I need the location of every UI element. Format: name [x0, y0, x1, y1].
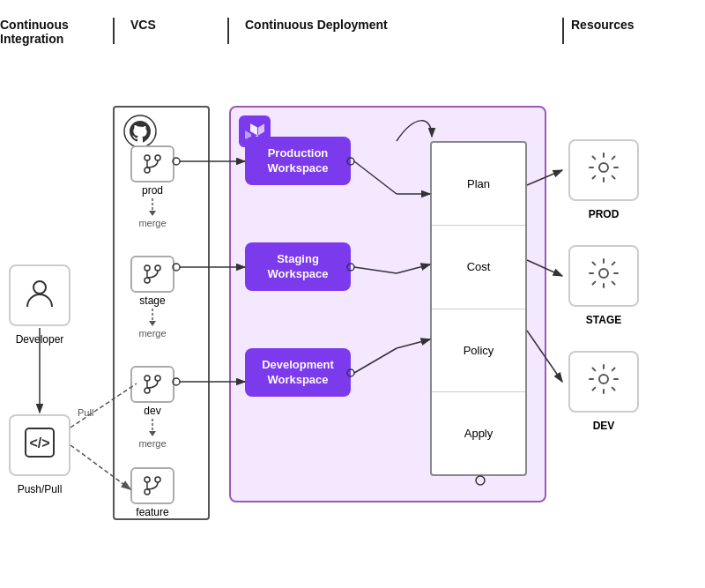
- person-icon: [24, 277, 56, 315]
- dev-branch-icon-box: [130, 366, 174, 403]
- svg-point-19: [145, 477, 150, 482]
- svg-text:</>: </>: [29, 435, 49, 450]
- svg-point-3: [124, 115, 156, 147]
- dev-gear-icon: [586, 361, 621, 403]
- dev-merge-label: merge: [138, 438, 166, 449]
- cd-header: Continuous Deployment: [245, 18, 388, 32]
- prod-merge-label: merge: [138, 218, 166, 228]
- staging-workspace-btn[interactable]: StagingWorkspace: [245, 242, 351, 291]
- stage-resource-box: [568, 245, 639, 307]
- pipeline-apply: Apply: [432, 392, 525, 474]
- svg-point-0: [33, 281, 46, 294]
- svg-marker-13: [149, 321, 156, 326]
- feature-branch-icon-box: [130, 467, 174, 504]
- svg-point-11: [145, 278, 150, 283]
- developer-label: Developer: [4, 333, 75, 346]
- svg-point-5: [155, 155, 160, 160]
- prod-gear-icon: [586, 150, 621, 191]
- dev-resource-label: DEV: [573, 420, 634, 432]
- dev-branch: dev merge: [130, 366, 174, 450]
- resources-header: Resources: [571, 18, 634, 32]
- svg-point-23: [599, 163, 608, 172]
- prod-resource-box: [568, 139, 639, 201]
- production-workspace-btn[interactable]: ProductionWorkspace: [245, 137, 351, 185]
- diagram-container: Continuous Integration VCS Continuous De…: [0, 0, 705, 588]
- pipeline-box: Plan Cost Policy Apply: [430, 141, 527, 476]
- stage-branch: stage merge: [130, 256, 174, 340]
- pipeline-cost: Cost: [432, 226, 525, 309]
- pull-label: Pull: [78, 407, 93, 418]
- pipeline-plan: Plan: [432, 143, 525, 226]
- prod-branch-name: prod: [130, 184, 174, 197]
- feature-branch-name: feature: [130, 506, 174, 518]
- prod-resource-label: PROD: [573, 208, 634, 220]
- developer-box: [9, 264, 70, 326]
- svg-point-25: [599, 375, 608, 383]
- svg-point-14: [145, 376, 150, 381]
- svg-point-24: [599, 269, 608, 278]
- github-icon: [122, 113, 159, 150]
- code-icon: </>: [24, 427, 56, 464]
- feature-branch: feature: [130, 467, 174, 518]
- svg-marker-8: [149, 211, 156, 216]
- dev-resource-box: [568, 351, 639, 413]
- svg-point-15: [155, 376, 160, 381]
- stage-resource-label: STAGE: [573, 314, 634, 326]
- svg-point-4: [145, 155, 150, 160]
- svg-point-21: [145, 489, 150, 495]
- prod-branch-icon-box: [130, 145, 174, 182]
- ci-header: Continuous Integration: [0, 18, 106, 46]
- vcs-divider: [113, 18, 115, 44]
- development-workspace-btn[interactable]: DevelopmentWorkspace: [245, 348, 351, 397]
- res-divider: [562, 18, 564, 44]
- pushpull-label: Push/Pull: [4, 483, 75, 495]
- svg-point-10: [155, 265, 160, 271]
- svg-point-6: [145, 167, 150, 173]
- vcs-header: VCS: [130, 18, 156, 32]
- svg-point-16: [145, 388, 150, 393]
- stage-merge-label: merge: [138, 328, 166, 339]
- stage-branch-icon-box: [130, 256, 174, 293]
- prod-branch: prod merge: [130, 145, 174, 230]
- dev-branch-name: dev: [130, 405, 174, 417]
- svg-marker-18: [149, 431, 156, 436]
- cd-divider: [227, 18, 229, 44]
- svg-point-9: [145, 265, 150, 271]
- stage-branch-name: stage: [130, 294, 174, 307]
- pipeline-policy: Policy: [432, 309, 525, 392]
- svg-point-20: [155, 477, 160, 482]
- stage-gear-icon: [586, 256, 621, 297]
- pushpull-box: </>: [9, 414, 70, 476]
